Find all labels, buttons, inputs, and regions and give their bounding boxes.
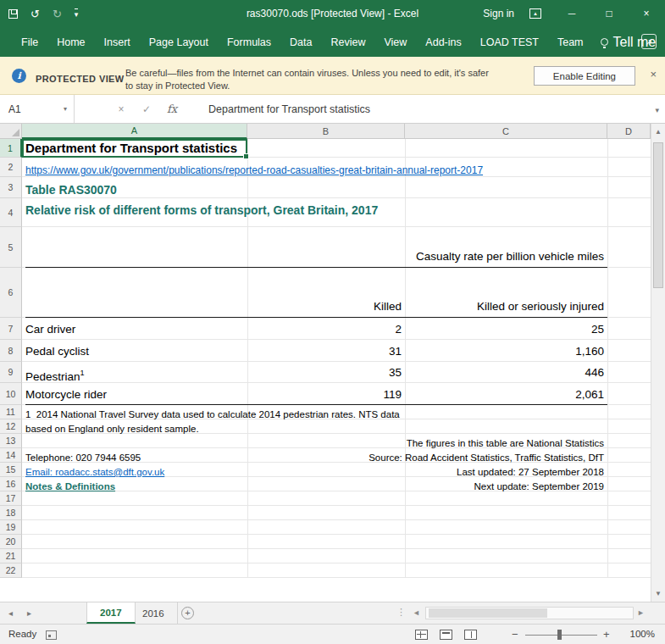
tab-splitter-icon[interactable]: ⋮ [396, 607, 406, 618]
undo-icon[interactable]: ↺ [30, 8, 40, 20]
row-header-3[interactable]: 3 [0, 177, 22, 198]
formula-bar-content[interactable]: Department for Transport statistics [208, 103, 370, 115]
row-header-9[interactable]: 9 [0, 362, 22, 383]
ribbon-tab-insert[interactable]: Insert [95, 29, 140, 56]
scroll-up-icon[interactable]: ▲ [651, 128, 665, 136]
cell-a2-hyperlink[interactable]: https://www.gov.uk/government/publicatio… [25, 163, 483, 178]
row-header-19[interactable]: 19 [0, 520, 22, 535]
column-header-a[interactable]: A [22, 124, 247, 139]
page-layout-view-icon[interactable] [440, 630, 452, 640]
row-header-15[interactable]: 15 [0, 463, 22, 477]
insert-function-icon[interactable]: fx [159, 103, 185, 115]
message-bar-close-icon[interactable]: × [650, 68, 657, 80]
column-header-d[interactable]: D [607, 124, 651, 139]
cell-c13[interactable]: The figures in this table are National S… [322, 437, 604, 450]
cell-a15-email-link[interactable]: Email: roadacc.stats@dft.gov.uk [25, 466, 164, 479]
ribbon-tab-page-layout[interactable]: Page Layout [140, 29, 218, 56]
row-header-22[interactable]: 22 [0, 564, 22, 578]
cell-a1[interactable]: Department for Transport statistics [25, 141, 237, 156]
column-header-b[interactable]: B [247, 124, 405, 139]
maximize-button[interactable]: □ [590, 0, 628, 27]
row-header-1[interactable]: 1 [0, 139, 22, 158]
row-header-2[interactable]: 2 [0, 158, 22, 177]
sheet-nav-left-icon[interactable]: ◂ [8, 608, 13, 618]
ribbon-tab-add-ins[interactable]: Add-ins [416, 29, 470, 56]
select-all-corner[interactable] [0, 124, 22, 139]
vertical-scrollbar-thumb[interactable] [653, 142, 663, 288]
customize-qat-icon[interactable]: ▾ [75, 8, 79, 19]
formula-bar-expand-icon[interactable]: ▾ [655, 106, 659, 114]
name-box[interactable]: A1 ▾ [0, 95, 75, 123]
cell-a4[interactable]: Relative risk of different forms of tran… [25, 203, 378, 218]
ribbon-tab-load-test[interactable]: LOAD TEST [471, 29, 548, 56]
cell-c9[interactable]: 446 [322, 365, 604, 380]
cell-a10[interactable]: Motorcycle rider [25, 387, 107, 402]
normal-view-icon[interactable] [415, 630, 428, 640]
ribbon-tab-file[interactable]: File [12, 29, 47, 56]
zoom-slider-thumb[interactable] [557, 630, 562, 640]
cell-c5[interactable]: Casualty rate per billion vehicle miles [322, 249, 604, 264]
ribbon-tab-data[interactable]: Data [280, 29, 321, 56]
column-header-c[interactable]: C [405, 124, 607, 139]
ribbon-tab-formulas[interactable]: Formulas [218, 29, 280, 56]
zoom-in-icon[interactable]: + [603, 628, 610, 641]
redo-icon[interactable]: ↻ [53, 8, 62, 20]
row-header-14[interactable]: 14 [0, 448, 22, 463]
sheet-tab-2016[interactable]: 2016 [130, 602, 178, 624]
row-header-5[interactable]: 5 [0, 227, 22, 268]
vertical-scrollbar[interactable]: ▲ ▼ [651, 124, 665, 602]
row-header-4[interactable]: 4 [0, 198, 22, 227]
horizontal-scrollbar[interactable] [425, 607, 634, 619]
enable-editing-button[interactable]: Enable Editing [534, 66, 635, 86]
cell-c10[interactable]: 2,061 [322, 387, 604, 402]
row-header-11[interactable]: 11 [0, 405, 22, 419]
sign-in-button[interactable]: Sign in [468, 8, 529, 19]
save-icon[interactable] [8, 9, 18, 19]
cell-c15[interactable]: Last updated: 27 September 2018 [322, 466, 604, 479]
minimize-button[interactable]: ─ [553, 0, 590, 27]
cell-a16-notes-link[interactable]: Notes & Definitions [25, 480, 115, 493]
row-header-16[interactable]: 16 [0, 477, 22, 491]
add-sheet-icon[interactable]: + [181, 607, 194, 619]
cell-c6[interactable]: Killed or seriously injured [322, 299, 604, 314]
close-button[interactable]: × [628, 0, 665, 27]
row-header-18[interactable]: 18 [0, 506, 22, 520]
row-header-13[interactable]: 13 [0, 434, 22, 448]
ribbon-display-options-icon[interactable]: ▴ [529, 8, 541, 19]
row-header-21[interactable]: 21 [0, 549, 22, 564]
hscroll-right-icon[interactable]: ► [637, 608, 645, 617]
cell-a12-footnote[interactable]: based on England only resident sample. [25, 423, 199, 436]
enter-icon[interactable]: ✓ [134, 103, 159, 115]
cell-c16[interactable]: Next update: September 2019 [322, 480, 604, 493]
row-header-8[interactable]: 8 [0, 340, 22, 362]
ribbon-tab-team[interactable]: Team [548, 29, 593, 56]
hscroll-left-icon[interactable]: ◄ [413, 608, 420, 617]
row-header-20[interactable]: 20 [0, 535, 22, 549]
name-box-dropdown-icon[interactable]: ▾ [64, 105, 67, 113]
sheet-nav-right-icon[interactable]: ▸ [27, 608, 31, 618]
cell-a7[interactable]: Car driver [25, 322, 75, 337]
row-header-12[interactable]: 12 [0, 419, 22, 434]
cancel-icon[interactable]: × [108, 103, 134, 115]
ribbon-tab-home[interactable]: Home [47, 29, 94, 56]
row-header-7[interactable]: 7 [0, 318, 22, 340]
cell-a8[interactable]: Pedal cyclist [25, 344, 89, 359]
cell-a11-footnote[interactable]: 1 2014 National Travel Survey data used … [25, 408, 400, 421]
cell-c14[interactable]: Source: Road Accident Statistics, Traffi… [322, 452, 604, 464]
scroll-down-icon[interactable]: ▼ [651, 590, 665, 597]
macro-record-icon[interactable] [46, 630, 57, 640]
ribbon-tab-view[interactable]: View [374, 29, 416, 56]
zoom-out-icon[interactable]: − [512, 628, 518, 641]
page-break-preview-icon[interactable] [464, 630, 477, 640]
horizontal-scrollbar-thumb[interactable] [429, 608, 547, 618]
row-header-6[interactable]: 6 [0, 268, 22, 318]
cell-c7[interactable]: 25 [322, 322, 604, 337]
cell-a9[interactable]: Pedestrian1 [25, 365, 85, 385]
cell-c8[interactable]: 1,160 [322, 344, 604, 359]
row-header-10[interactable]: 10 [0, 383, 22, 405]
cell-a3[interactable]: Table RAS30070 [25, 182, 117, 197]
cell-a14[interactable]: Telephone: 020 7944 6595 [25, 452, 141, 464]
share-icon[interactable]: ↗ [641, 34, 657, 49]
ribbon-tab-review[interactable]: Review [321, 29, 374, 56]
sheet-tab-2017[interactable]: 2017 [86, 602, 136, 624]
